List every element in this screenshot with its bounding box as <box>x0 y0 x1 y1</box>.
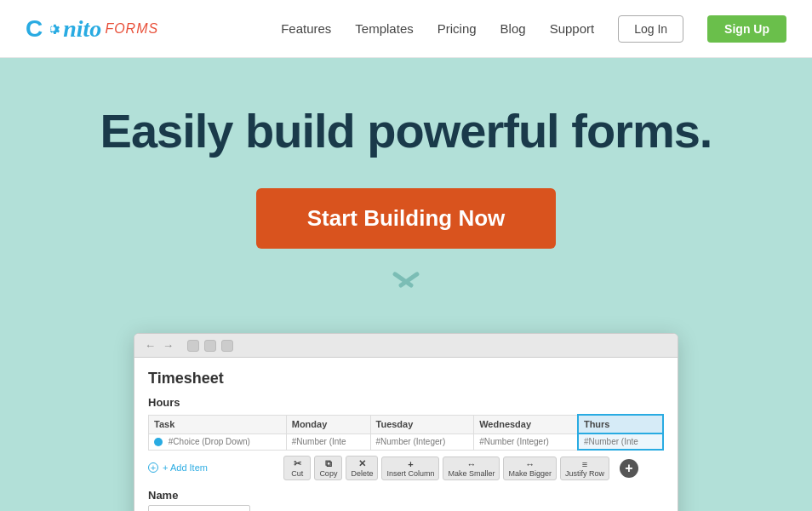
col-monday: Monday <box>286 415 370 433</box>
nav-support[interactable]: Support <box>550 21 595 36</box>
nav-pricing[interactable]: Pricing <box>437 21 477 36</box>
nav-blog[interactable]: Blog <box>500 21 526 36</box>
justify-row-button[interactable]: ≡Justify Row <box>560 456 609 480</box>
browser-content: Timesheet Hours Task Monday Tuesday Wedn… <box>134 358 678 511</box>
logo[interactable]: C nito FORMS <box>26 15 158 43</box>
form-title: Timesheet <box>148 370 664 388</box>
logo-c: C <box>26 17 43 41</box>
hero-section: Easily build powerful forms. Start Build… <box>0 58 812 511</box>
chevron-down-icon <box>389 274 423 300</box>
make-smaller-button[interactable]: ↔Make Smaller <box>443 456 500 480</box>
add-column-button[interactable]: + <box>620 459 638 478</box>
name-inputs <box>148 505 664 511</box>
add-item-button[interactable]: + + Add Item <box>148 462 208 473</box>
col-task: Task <box>149 415 287 433</box>
logo-forms: FORMS <box>105 21 158 37</box>
table-row: #Choice (Drop Down) #Number (Inte #Numbe… <box>149 433 664 450</box>
gear-icon <box>43 20 62 38</box>
cut-button[interactable]: ✂Cut <box>283 456 311 480</box>
row-indicator <box>154 438 163 446</box>
first-name-input[interactable] <box>148 505 250 511</box>
browser-nav-buttons: ← → <box>143 339 175 352</box>
cell-wednesday: #Number (Integer) <box>474 433 578 450</box>
timesheet-table: Task Monday Tuesday Wednesday Thurs #Cho… <box>148 414 664 451</box>
name-section: Name <box>148 489 664 511</box>
col-thursday: Thurs <box>578 415 663 433</box>
browser-close-button[interactable] <box>221 340 233 352</box>
toolbar: ✂Cut ⧉Copy ✕Delete +Insert Column ↔Make … <box>283 456 664 480</box>
main-nav: Features Templates Pricing Blog Support … <box>281 15 786 43</box>
logo-nito: nito <box>63 15 101 43</box>
nav-features[interactable]: Features <box>281 21 331 36</box>
back-arrow-icon[interactable]: ← <box>143 339 157 352</box>
hero-headline: Easily build powerful forms. <box>100 105 712 158</box>
delete-button[interactable]: ✕Delete <box>346 456 378 480</box>
browser-mockup: ← → Timesheet Hours Task Monday Tuesday … <box>134 333 678 511</box>
nav-templates[interactable]: Templates <box>355 21 413 36</box>
browser-minimize-button[interactable] <box>187 340 199 352</box>
cell-tuesday: #Number (Integer) <box>370 433 474 450</box>
browser-titlebar: ← → <box>134 334 678 358</box>
header: C nito FORMS Features Templates Pricing … <box>0 0 812 58</box>
insert-column-button[interactable]: +Insert Column <box>381 456 439 480</box>
cell-thursday: #Number (Inte <box>578 433 663 450</box>
forward-arrow-icon[interactable]: → <box>161 339 175 352</box>
login-button[interactable]: Log In <box>618 15 683 43</box>
name-label: Name <box>148 489 664 502</box>
cell-choice: #Choice (Drop Down) <box>149 433 287 450</box>
signup-button[interactable]: Sign Up <box>707 15 786 43</box>
cell-monday: #Number (Inte <box>286 433 370 450</box>
plus-circle-icon: + <box>148 462 158 473</box>
col-wednesday: Wednesday <box>474 415 578 433</box>
col-tuesday: Tuesday <box>370 415 474 433</box>
browser-maximize-button[interactable] <box>204 340 216 352</box>
make-bigger-button[interactable]: ↔Make Bigger <box>503 456 557 480</box>
start-building-button[interactable]: Start Building Now <box>256 188 557 249</box>
copy-button[interactable]: ⧉Copy <box>314 456 342 480</box>
form-section-hours: Hours <box>148 396 664 409</box>
